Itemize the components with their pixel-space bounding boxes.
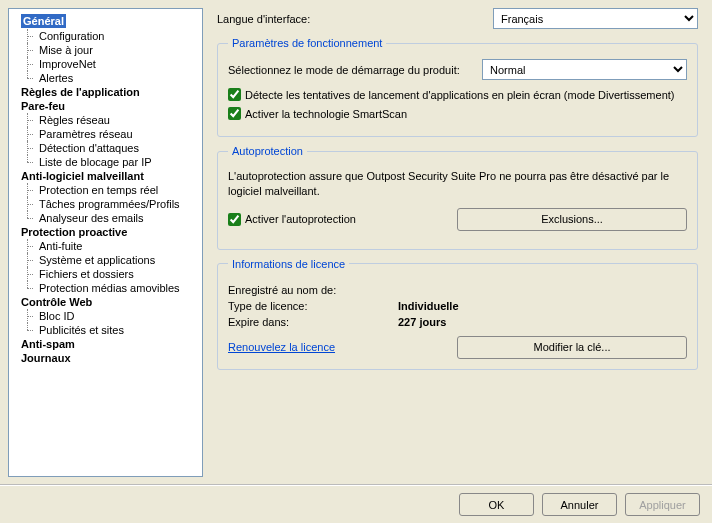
dialog-footer: OK Annuler Appliquer (0, 485, 712, 523)
tree-category[interactable]: Protection proactive (11, 225, 200, 239)
tree-item[interactable]: Règles réseau (11, 113, 200, 127)
renew-license-link[interactable]: Renouvelez la licence (228, 341, 335, 353)
autoprotect-legend: Autoprotection (228, 145, 307, 157)
tree-item[interactable]: Publicités et sites (11, 323, 200, 337)
license-type-label: Type de licence: (228, 300, 398, 312)
smartscan-input[interactable] (228, 107, 241, 120)
tree-item[interactable]: Anti-fuite (11, 239, 200, 253)
tree-category[interactable]: Contrôle Web (11, 295, 200, 309)
autoprotect-input[interactable] (228, 213, 241, 226)
tree-category[interactable]: Règles de l'application (11, 85, 200, 99)
fullscreen-detection-input[interactable] (228, 88, 241, 101)
tree-item[interactable]: Configuration (11, 29, 200, 43)
ok-button[interactable]: OK (459, 493, 534, 516)
tree-item[interactable]: Mise à jour (11, 43, 200, 57)
apply-button[interactable]: Appliquer (625, 493, 700, 516)
autoprotect-description: L'autoprotection assure que Outpost Secu… (228, 169, 687, 200)
registered-label: Enregistré au nom de: (228, 284, 398, 296)
tree-category[interactable]: Général (21, 14, 66, 28)
startup-mode-select[interactable]: Normal (482, 59, 687, 80)
tree-item[interactable]: Protection médias amovibles (11, 281, 200, 295)
autoprotect-checkbox[interactable]: Activer l'autoprotection (228, 213, 356, 226)
fullscreen-detection-checkbox[interactable]: Détecte les tentatives de lancement d'ap… (228, 88, 687, 101)
license-group: Informations de licence Enregistré au no… (217, 258, 698, 370)
tree-item[interactable]: Bloc ID (11, 309, 200, 323)
fullscreen-detection-label: Détecte les tentatives de lancement d'ap… (245, 89, 675, 101)
cancel-button[interactable]: Annuler (542, 493, 617, 516)
license-legend: Informations de licence (228, 258, 349, 270)
smartscan-checkbox[interactable]: Activer la technologie SmartScan (228, 107, 687, 120)
settings-tree: GénéralConfigurationMise à jourImproveNe… (8, 8, 203, 477)
tree-item[interactable]: Alertes (11, 71, 200, 85)
autoprotect-group: Autoprotection L'autoprotection assure q… (217, 145, 698, 250)
expires-label: Expire dans: (228, 316, 398, 328)
tree-item[interactable]: Fichiers et dossiers (11, 267, 200, 281)
tree-category[interactable]: Anti-spam (11, 337, 200, 351)
exclusions-button[interactable]: Exclusions... (457, 208, 687, 231)
expires-value: 227 jours (398, 316, 446, 328)
tree-item[interactable]: Détection d'attaques (11, 141, 200, 155)
tree-item[interactable]: ImproveNet (11, 57, 200, 71)
settings-panel: Langue d'interface: Français Paramètres … (203, 8, 704, 477)
tree-item[interactable]: Liste de blocage par IP (11, 155, 200, 169)
tree-item[interactable]: Paramètres réseau (11, 127, 200, 141)
tree-item[interactable]: Protection en temps réel (11, 183, 200, 197)
tree-category[interactable]: Pare-feu (11, 99, 200, 113)
operation-legend: Paramètres de fonctionnement (228, 37, 386, 49)
autoprotect-label: Activer l'autoprotection (245, 213, 356, 225)
smartscan-label: Activer la technologie SmartScan (245, 108, 407, 120)
language-select[interactable]: Français (493, 8, 698, 29)
tree-category[interactable]: Anti-logiciel malveillant (11, 169, 200, 183)
change-key-button[interactable]: Modifier la clé... (457, 336, 687, 359)
language-label: Langue d'interface: (217, 13, 310, 25)
startup-mode-label: Sélectionnez le mode de démarrage du pro… (228, 64, 460, 76)
tree-category[interactable]: Journaux (11, 351, 200, 365)
tree-item[interactable]: Analyseur des emails (11, 211, 200, 225)
license-type-value: Individuelle (398, 300, 459, 312)
tree-item[interactable]: Système et applications (11, 253, 200, 267)
operation-group: Paramètres de fonctionnement Sélectionne… (217, 37, 698, 137)
tree-item[interactable]: Tâches programmées/Profils (11, 197, 200, 211)
